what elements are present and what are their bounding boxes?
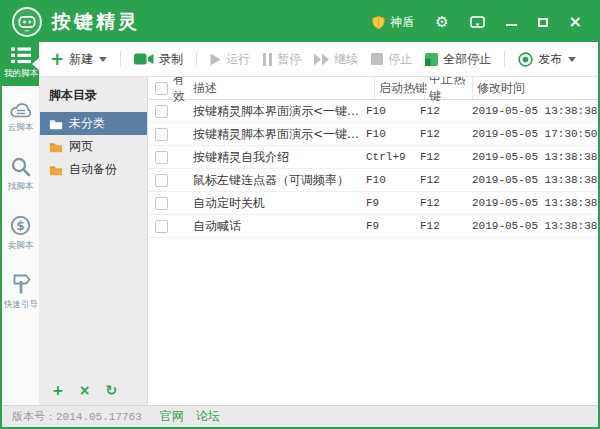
stop-icon xyxy=(371,53,383,65)
column-modified-time: 修改时间 xyxy=(472,77,598,99)
forum-link[interactable]: 论坛 xyxy=(196,408,220,425)
table-row[interactable]: 自动定时关机 F9 F12 2019-05-05 13:38:38 xyxy=(148,192,598,215)
row-checkbox[interactable] xyxy=(155,151,168,164)
row-checkbox[interactable] xyxy=(155,174,168,187)
cloud-icon xyxy=(9,101,33,118)
table-row[interactable]: 鼠标左键连点器（可调频率） F10 F12 2019-05-05 13:38:3… xyxy=(148,169,598,192)
add-folder-button[interactable]: + xyxy=(52,383,64,397)
row-checkbox[interactable] xyxy=(155,128,168,141)
stop-label: 停止 xyxy=(388,51,412,68)
run-button[interactable]: 运行 xyxy=(210,51,250,68)
script-directory-panel: 脚本目录 未分类 网页 xyxy=(40,77,148,405)
start-hotkey: F9 xyxy=(366,197,420,209)
table-row[interactable]: 按键精灵脚本界面演示<一键启动>_自动... F10 F12 2019-05-0… xyxy=(148,123,598,146)
folder-icon xyxy=(49,164,63,176)
table-header: 有效 描述 启动热键 中止热键 修改时间 xyxy=(148,77,598,100)
script-description: 鼠标左键连点器（可调频率） xyxy=(193,172,366,189)
folder-item-auto-backup[interactable]: 自动备份 xyxy=(40,158,147,181)
maximize-button[interactable] xyxy=(538,18,548,27)
table-row[interactable]: 按键精灵脚本界面演示<一键启动> F10 F12 2019-05-05 13:3… xyxy=(148,100,598,123)
modified-time: 2019-05-05 13:38:38 xyxy=(472,197,598,209)
sidebar-item-cloud-scripts[interactable]: 云脚本 xyxy=(2,94,39,141)
sidebar-item-label: 云脚本 xyxy=(8,121,34,133)
sidebar-item-sell-scripts[interactable]: $ 卖脚本 xyxy=(2,208,39,259)
status-bar: 版本号： 2014.05.17763 官网 论坛 xyxy=(2,405,598,427)
official-site-link[interactable]: 官网 xyxy=(160,408,184,425)
sidebar-item-my-scripts[interactable]: 我的脚本 xyxy=(2,42,39,86)
folder-label: 自动备份 xyxy=(69,161,117,178)
script-description: 按键精灵脚本界面演示<一键启动> xyxy=(193,103,366,120)
modified-time: 2019-05-05 13:38:38 xyxy=(472,105,598,117)
stop-button[interactable]: 停止 xyxy=(371,51,412,68)
folder-icon xyxy=(49,118,63,130)
row-checkbox[interactable] xyxy=(155,105,168,118)
start-hotkey: Ctrl+9 xyxy=(366,151,420,163)
new-script-label: 新建 xyxy=(69,51,93,68)
app-logo xyxy=(12,7,42,37)
folder-label: 未分类 xyxy=(69,115,105,132)
publish-label: 发布 xyxy=(538,51,562,68)
settings-gear-icon[interactable]: ⚙ xyxy=(435,15,448,30)
robot-icon xyxy=(16,11,38,33)
sidebar-item-label: 卖脚本 xyxy=(8,239,34,251)
version-value: 2014.05.17763 xyxy=(56,411,142,423)
row-checkbox[interactable] xyxy=(155,197,168,210)
folder-item-web[interactable]: 网页 xyxy=(40,135,147,158)
play-icon xyxy=(210,53,221,66)
column-abort-hotkey: 中止热键 xyxy=(424,77,476,99)
main-area: + 新建 录制 xyxy=(40,42,598,405)
abort-hotkey: F12 xyxy=(420,174,472,186)
record-button[interactable]: 录制 xyxy=(134,51,183,68)
shield-label: 神盾 xyxy=(390,14,414,31)
delete-folder-button[interactable]: × xyxy=(79,383,91,397)
sidebar-item-label: 找脚本 xyxy=(8,180,34,192)
shield-button[interactable]: 神盾 xyxy=(372,14,414,31)
run-label: 运行 xyxy=(226,51,250,68)
titlebar-actions: 神盾 ⚙ × xyxy=(372,14,598,31)
skin-icon[interactable] xyxy=(470,16,485,29)
minimize-button[interactable] xyxy=(506,24,517,26)
sidebar: 我的脚本 云脚本 xyxy=(2,42,40,405)
sidebar-item-find-scripts[interactable]: 找脚本 xyxy=(2,149,39,200)
camera-icon xyxy=(134,52,154,66)
toolbar: + 新建 录制 xyxy=(40,42,598,77)
status-links: 官网 论坛 xyxy=(160,408,220,425)
row-checkbox[interactable] xyxy=(155,220,168,233)
script-description: 按键精灵自我介绍 xyxy=(193,149,366,166)
script-description: 按键精灵脚本界面演示<一键启动>_自动... xyxy=(193,126,366,143)
script-description: 自动喊话 xyxy=(193,218,366,235)
abort-hotkey: F12 xyxy=(420,220,472,232)
column-description: 描述 xyxy=(193,80,378,97)
pause-button[interactable]: 暂停 xyxy=(263,51,301,68)
script-directory-title: 脚本目录 xyxy=(40,83,147,112)
folder-actions: + × ↻ xyxy=(52,383,117,397)
toolbar-separator xyxy=(120,51,121,67)
folder-label: 网页 xyxy=(69,138,93,155)
sidebar-item-label: 我的脚本 xyxy=(3,67,37,79)
plus-icon: + xyxy=(50,51,64,68)
select-all-checkbox[interactable] xyxy=(155,82,168,95)
svg-text:$: $ xyxy=(16,219,24,233)
dollar-circle-icon: $ xyxy=(10,215,31,236)
folder-item-uncategorized[interactable]: 未分类 xyxy=(40,112,147,135)
table-row[interactable]: 自动喊话 F9 F12 2019-05-05 13:38:38 xyxy=(148,215,598,238)
search-icon xyxy=(10,156,31,177)
refresh-folders-button[interactable]: ↻ xyxy=(105,383,117,397)
shield-icon xyxy=(372,15,385,30)
modified-time: 2019-05-05 17:30:50 xyxy=(472,128,598,140)
start-hotkey: F10 xyxy=(366,105,420,117)
column-start-hotkey: 启动热键 xyxy=(374,77,428,99)
caret-down-icon xyxy=(568,57,576,62)
new-script-button[interactable]: + 新建 xyxy=(50,51,107,68)
publish-icon xyxy=(518,52,533,67)
resume-button[interactable]: 继续 xyxy=(314,51,358,68)
stop-all-button[interactable]: 全部停止 xyxy=(425,51,491,68)
version-label: 版本号： xyxy=(12,409,56,424)
publish-button[interactable]: 发布 xyxy=(518,51,576,68)
sidebar-item-quick-guide[interactable]: 快速引导 xyxy=(2,267,39,318)
start-hotkey: F10 xyxy=(366,128,420,140)
close-button[interactable]: × xyxy=(569,14,582,30)
table-row[interactable]: 按键精灵自我介绍 Ctrl+9 F12 2019-05-05 13:38:38 xyxy=(148,146,598,169)
column-valid: 有效 xyxy=(173,77,193,105)
abort-hotkey: F12 xyxy=(420,128,472,140)
